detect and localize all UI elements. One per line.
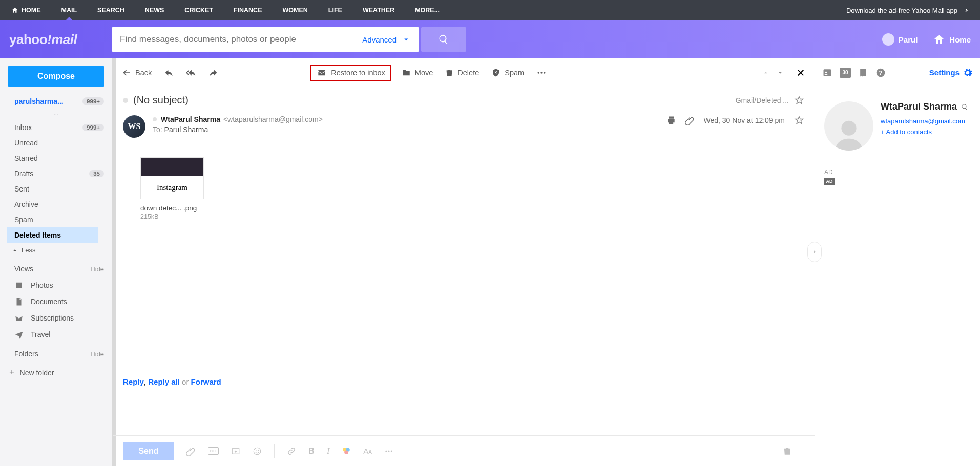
svg-point-5 — [256, 450, 257, 451]
reply-link[interactable]: Reply — [123, 377, 144, 386]
back-button[interactable]: Back — [122, 68, 152, 77]
star-icon[interactable] — [794, 115, 804, 125]
forward-link[interactable]: Forward — [191, 377, 221, 386]
insert-link-button[interactable] — [287, 447, 296, 456]
unread-dot — [123, 98, 128, 103]
compose-button[interactable]: Compose — [8, 66, 104, 87]
to-recipient[interactable]: Parul Sharma — [164, 125, 208, 134]
insert-emoji-button[interactable] — [253, 447, 262, 456]
topnav-finance[interactable]: FINANCE — [234, 7, 262, 14]
topnav-more[interactable]: MORE... — [415, 7, 440, 14]
sidebar-view-subscriptions[interactable]: Subscriptions — [0, 310, 112, 326]
restore-button[interactable]: Restore to inbox — [317, 69, 385, 77]
insert-card-button[interactable] — [231, 447, 240, 456]
reply-all-link[interactable]: Reply all — [148, 377, 180, 386]
plus-icon: + — [9, 367, 15, 378]
sender-avatar[interactable]: WS — [123, 115, 145, 138]
notepad-icon[interactable] — [858, 68, 868, 78]
star-icon[interactable] — [794, 95, 804, 105]
search-input[interactable] — [120, 34, 362, 45]
sidebar-item-archive[interactable]: Archive — [0, 197, 112, 212]
forward-icon-button[interactable] — [208, 68, 218, 78]
header-home[interactable]: Home — [933, 33, 971, 46]
sidebar-item-drafts[interactable]: Drafts35 — [0, 166, 112, 181]
bold-button[interactable]: B — [308, 447, 315, 456]
reply-icon-button[interactable] — [164, 68, 174, 78]
user-avatar[interactable] — [882, 33, 894, 46]
sender-name[interactable]: WtaParul Sharma — [161, 115, 220, 123]
topnav-women[interactable]: WOMEN — [282, 7, 307, 14]
ad-badge: AD — [824, 178, 835, 185]
svg-point-14 — [825, 71, 827, 73]
topnav-search[interactable]: SEARCH — [97, 7, 124, 14]
next-panel-toggle[interactable] — [807, 242, 822, 262]
search-advanced[interactable]: Advanced — [362, 35, 411, 44]
calendar-icon[interactable]: 30 — [840, 68, 851, 78]
more-actions-button[interactable] — [536, 68, 547, 78]
sidebar-item-sent[interactable]: Sent — [0, 181, 112, 197]
search-contact-icon[interactable] — [961, 103, 968, 111]
topnav-life[interactable]: LIFE — [328, 7, 342, 14]
prev-message-icon[interactable] — [762, 69, 769, 76]
subscriptions-icon — [14, 313, 24, 323]
sidebar-folders-hide[interactable]: Hide — [90, 350, 104, 358]
topnav-download-app[interactable]: Download the ad-free Yahoo Mail app — [846, 7, 969, 14]
topnav-weather[interactable]: WEATHER — [363, 7, 394, 14]
topnav-mail[interactable]: MAIL — [61, 7, 77, 14]
sidebar-less-toggle[interactable]: Less — [0, 243, 112, 258]
sidebar-item-deleted[interactable]: Deleted Items — [7, 227, 98, 243]
compose-more-button[interactable] — [384, 447, 393, 456]
more-icon — [536, 68, 547, 78]
sidebar-collapse-accounts[interactable]: ... — [0, 110, 112, 120]
shield-x-icon — [491, 68, 501, 77]
search-button[interactable] — [421, 27, 466, 52]
sidebar-view-photos[interactable]: Photos — [0, 277, 112, 293]
account-count-badge: 999+ — [82, 97, 104, 105]
topnav-home[interactable]: HOME — [11, 7, 41, 14]
top-nav: HOME MAIL SEARCH NEWS CRICKET FINANCE WO… — [0, 0, 980, 20]
topnav-news[interactable]: NEWS — [145, 7, 164, 14]
drafts-count-badge: 35 — [89, 170, 104, 177]
help-icon[interactable]: ? — [875, 68, 886, 78]
attachment-card[interactable]: Instagram down detec... .png 215kB — [140, 157, 204, 220]
reply-all-icon-button[interactable] — [185, 68, 197, 78]
delete-button[interactable]: Delete — [445, 68, 479, 77]
svg-point-9 — [344, 450, 348, 454]
attachment-icon[interactable] — [685, 116, 695, 125]
sidebar-new-folder[interactable]: + New folder — [0, 362, 112, 382]
italic-button[interactable]: I — [327, 447, 329, 456]
move-button[interactable]: Move — [402, 68, 433, 77]
discard-button[interactable] — [783, 447, 792, 456]
contact-email[interactable]: wtaparulsharma@gmail.com — [881, 117, 968, 125]
photos-icon — [14, 281, 24, 290]
attach-file-button[interactable] — [186, 447, 196, 456]
insert-gif-button[interactable]: GIF — [208, 447, 219, 455]
sidebar-item-inbox[interactable]: Inbox999+ — [0, 120, 112, 135]
app-header: yahoo!mail Advanced Parul Home — [0, 20, 980, 58]
send-button[interactable]: Send — [123, 442, 174, 460]
sidebar-item-spam[interactable]: Spam — [0, 212, 112, 227]
sidebar-item-starred[interactable]: Starred — [0, 151, 112, 166]
home-icon — [11, 7, 18, 14]
ad-label: AD — [824, 168, 971, 176]
add-to-contacts[interactable]: + Add to contacts — [881, 128, 968, 136]
spam-button[interactable]: Spam — [491, 68, 524, 77]
sidebar-views-hide[interactable]: Hide — [90, 265, 104, 273]
contact-avatar[interactable] — [824, 101, 873, 151]
sidebar-view-documents[interactable]: Documents — [0, 293, 112, 310]
font-size-button[interactable]: AA — [363, 447, 372, 456]
print-icon[interactable] — [666, 115, 676, 125]
next-message-icon[interactable] — [777, 69, 784, 76]
sidebar-view-travel[interactable]: Travel — [0, 326, 112, 343]
text-color-button[interactable] — [342, 447, 351, 456]
move-icon — [402, 68, 411, 77]
topnav-cricket[interactable]: CRICKET — [184, 7, 213, 14]
sidebar-account[interactable]: parulsharma... 999+ — [0, 95, 112, 110]
settings-link[interactable]: Settings — [929, 68, 973, 78]
sidebar-item-unread[interactable]: Unread — [0, 135, 112, 151]
user-name[interactable]: Parul — [899, 35, 918, 44]
contacts-icon[interactable] — [822, 68, 832, 78]
restore-icon — [317, 69, 327, 77]
yahoo-mail-logo[interactable]: yahoo!mail — [9, 32, 112, 48]
close-icon[interactable] — [796, 68, 805, 77]
